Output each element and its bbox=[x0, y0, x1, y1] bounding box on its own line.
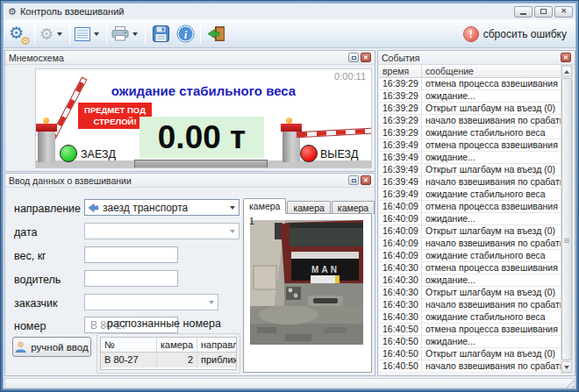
reset-error-button[interactable]: ! сбросить ошибку bbox=[458, 25, 572, 44]
settings-button[interactable]: ⚙ ⚙ bbox=[7, 23, 32, 46]
entry-barrier-cap-icon bbox=[36, 124, 57, 132]
event-row[interactable]: 16:40:50 начало взвешивания по срабатыва… bbox=[379, 360, 561, 373]
event-row[interactable]: 16:40:09 ожидание... bbox=[379, 213, 561, 225]
maximize-button[interactable] bbox=[534, 6, 553, 18]
recognized-row[interactable]: В 80-27 2 приближ bbox=[101, 353, 236, 367]
recognized-numbers-table: № камера направл В 80-27 2 приближ bbox=[100, 337, 237, 370]
event-row[interactable]: 16:40:30 начало взвешивания по срабатыва… bbox=[379, 299, 561, 311]
gear-icon: ⚙ bbox=[39, 25, 54, 43]
weight-display: 0.00 т bbox=[139, 117, 264, 158]
event-time: 16:40:50 bbox=[379, 336, 422, 347]
manual-input-button[interactable]: ручной ввод bbox=[12, 337, 91, 357]
event-row[interactable]: 16:39:29 ожидание стабильного веса bbox=[379, 127, 561, 139]
weight-input[interactable] bbox=[89, 248, 174, 262]
event-time: 16:40:09 bbox=[379, 238, 422, 249]
event-message: ожидание стабильного веса bbox=[422, 250, 561, 261]
weighing-timer: 0:00:11 bbox=[334, 71, 366, 82]
event-message: ожидание... bbox=[422, 90, 561, 102]
event-row[interactable]: 16:40:30 ожидание стабильного веса bbox=[379, 311, 561, 324]
save-button[interactable] bbox=[148, 23, 173, 46]
recognized-rows: В 80-27 2 приближ bbox=[101, 353, 236, 367]
event-row[interactable]: 16:39:29 Открыт шлагбаум на въезд (0) bbox=[379, 103, 561, 115]
panel-close-button[interactable]: ✕ bbox=[361, 175, 371, 185]
event-row[interactable]: 16:40:50 ожидание... bbox=[379, 336, 561, 348]
date-select[interactable] bbox=[84, 223, 239, 239]
exit-label: ВЫЕЗД bbox=[320, 148, 358, 160]
col-camera: камера bbox=[157, 338, 197, 352]
event-time: 16:39:29 bbox=[379, 115, 422, 126]
minimize-icon bbox=[352, 179, 356, 182]
camera-view-panel: MAN bbox=[243, 213, 372, 373]
event-row[interactable]: 16:40:50 Открыт шлагбаум на въезд (0) bbox=[379, 348, 561, 360]
events-table-header: время сообщение bbox=[379, 65, 561, 78]
print-dropdown-button[interactable] bbox=[110, 23, 142, 46]
info-button[interactable]: i bbox=[173, 23, 197, 46]
weighing-status-text: ожидание стабильного веса bbox=[36, 83, 371, 98]
camera-tab-3[interactable]: камера 3 bbox=[332, 201, 375, 214]
camera-tabs: камера 1камера 2камера 3 bbox=[243, 198, 375, 214]
app-icon: ⚙ bbox=[8, 7, 17, 17]
col-number: № bbox=[101, 338, 157, 352]
events-scrollbar[interactable] bbox=[561, 65, 573, 374]
event-row[interactable]: 16:39:49 Открыт шлагбаум на въезд (0) bbox=[379, 164, 561, 176]
scroll-up-icon bbox=[564, 70, 569, 74]
camera-tab-2[interactable]: камера 2 bbox=[287, 201, 330, 214]
event-time: 16:39:29 bbox=[379, 127, 422, 139]
options-dropdown-button[interactable]: ⚙ bbox=[38, 23, 67, 46]
driver-input[interactable] bbox=[89, 272, 174, 286]
event-row[interactable]: 16:39:29 начало взвешивания по срабатыва… bbox=[379, 115, 561, 127]
toolbar-separator bbox=[200, 24, 201, 45]
camera-tab-1[interactable]: камера 1 bbox=[243, 198, 286, 214]
event-row[interactable]: 16:40:09 отмена процесса взвешивания bbox=[379, 201, 561, 213]
event-message: ожидание стабильного веса bbox=[422, 127, 561, 139]
panel-close-button[interactable]: ✕ bbox=[361, 53, 371, 62]
scrollbar-thumb[interactable] bbox=[561, 78, 572, 360]
event-time: 16:40:30 bbox=[379, 299, 422, 310]
recognized-table-header: № камера направл bbox=[101, 338, 236, 353]
event-row[interactable]: 16:40:30 отмена процесса взвешивания bbox=[379, 262, 561, 274]
event-message: ожидание... bbox=[422, 274, 561, 286]
gears-icon: ⚙ ⚙ bbox=[9, 25, 30, 44]
chevron-down-icon bbox=[57, 32, 62, 36]
panel-close-button[interactable]: ✕ bbox=[561, 53, 571, 62]
event-time: 16:39:49 bbox=[379, 164, 422, 175]
event-row[interactable]: 16:40:50 отмена процесса взвешивания bbox=[379, 324, 561, 336]
direction-select[interactable]: заезд транспорта bbox=[84, 199, 239, 216]
event-row[interactable]: 16:39:49 отмена процесса взвешивания bbox=[379, 139, 561, 152]
exit-barrier-cap-icon bbox=[281, 124, 302, 132]
event-row[interactable]: 16:39:49 начало взвешивания по срабатыва… bbox=[379, 176, 561, 189]
event-time: 16:39:29 bbox=[379, 103, 422, 114]
exit-button[interactable] bbox=[204, 23, 228, 46]
event-row[interactable]: 16:39:29 отмена процесса взвешивания bbox=[379, 78, 561, 90]
event-row[interactable]: 16:40:30 ожидание... bbox=[379, 274, 561, 287]
panel-minimize-button[interactable] bbox=[348, 175, 359, 185]
event-row[interactable]: 16:40:09 Открыт шлагбаум на въезд (0) bbox=[379, 225, 561, 238]
chevron-down-icon bbox=[132, 32, 138, 36]
resize-grip[interactable] bbox=[563, 377, 574, 388]
col-message[interactable]: сообщение bbox=[422, 65, 561, 77]
event-row[interactable]: 16:39:49 ожидание... bbox=[379, 152, 561, 164]
events-panel: События ✕ время сообщение 16:39:29 отмен… bbox=[377, 50, 575, 376]
chevron-down-icon bbox=[230, 230, 235, 233]
exit-light-indicator bbox=[300, 145, 318, 162]
event-row[interactable]: 16:40:09 ожидание стабильного веса bbox=[379, 250, 561, 262]
event-row[interactable]: 16:39:29 ожидание... bbox=[379, 90, 561, 103]
customer-select[interactable] bbox=[84, 294, 218, 310]
event-row[interactable]: 16:39:49 ожидание стабильного веса bbox=[379, 189, 561, 201]
minimize-button[interactable] bbox=[514, 6, 533, 18]
close-button[interactable]: ✕ bbox=[554, 6, 573, 18]
weight-label: вес, кг bbox=[14, 250, 46, 262]
panel-minimize-button[interactable] bbox=[348, 53, 359, 62]
event-time: 16:39:29 bbox=[379, 90, 422, 102]
driver-label: водитель bbox=[14, 274, 61, 286]
event-row[interactable]: 16:40:30 Открыт шлагбаум на въезд (0) bbox=[379, 287, 561, 299]
event-message: ожидание стабильного веса bbox=[422, 189, 561, 200]
event-row[interactable]: 16:40:09 начало взвешивания по срабатыва… bbox=[379, 238, 561, 250]
reset-error-label: сбросить ошибку bbox=[483, 28, 567, 40]
reports-dropdown-button[interactable] bbox=[73, 23, 104, 46]
events-panel-title: События bbox=[382, 53, 419, 63]
scroll-up-button[interactable] bbox=[561, 66, 572, 77]
col-time[interactable]: время bbox=[379, 65, 422, 77]
event-message: ожидание... bbox=[422, 152, 561, 163]
scroll-down-button[interactable] bbox=[561, 361, 572, 373]
